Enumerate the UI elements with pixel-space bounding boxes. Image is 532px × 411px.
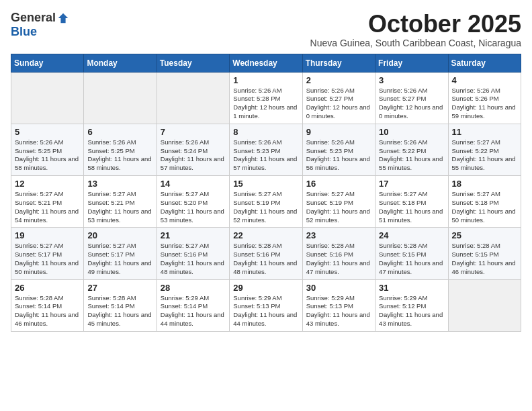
logo-general: General bbox=[11, 11, 56, 25]
day-number: 15 bbox=[233, 179, 298, 189]
calendar-cell: 23Sunrise: 5:28 AM Sunset: 5:16 PM Dayli… bbox=[302, 228, 375, 279]
day-info: Sunrise: 5:26 AM Sunset: 5:26 PM Dayligh… bbox=[452, 87, 517, 121]
calendar-cell: 9Sunrise: 5:26 AM Sunset: 5:23 PM Daylig… bbox=[302, 124, 375, 175]
calendar-header-monday: Monday bbox=[84, 54, 157, 72]
calendar-header-tuesday: Tuesday bbox=[157, 54, 229, 72]
day-info: Sunrise: 5:28 AM Sunset: 5:16 PM Dayligh… bbox=[306, 242, 371, 276]
day-number: 4 bbox=[452, 75, 517, 85]
title-block: October 2025 Nueva Guinea, South Caribbe… bbox=[310, 11, 521, 48]
day-info: Sunrise: 5:27 AM Sunset: 5:19 PM Dayligh… bbox=[233, 190, 298, 224]
calendar-header-sunday: Sunday bbox=[11, 54, 84, 72]
day-number: 28 bbox=[161, 283, 226, 293]
calendar-cell: 26Sunrise: 5:28 AM Sunset: 5:14 PM Dayli… bbox=[11, 279, 84, 331]
day-number: 24 bbox=[379, 230, 444, 240]
calendar-cell bbox=[11, 72, 84, 124]
subtitle: Nueva Guinea, South Caribbean Coast, Nic… bbox=[310, 38, 521, 48]
calendar-cell: 21Sunrise: 5:27 AM Sunset: 5:16 PM Dayli… bbox=[157, 228, 229, 279]
calendar-cell: 3Sunrise: 5:26 AM Sunset: 5:27 PM Daylig… bbox=[375, 72, 448, 124]
day-info: Sunrise: 5:26 AM Sunset: 5:25 PM Dayligh… bbox=[15, 138, 80, 173]
day-number: 18 bbox=[452, 179, 517, 189]
calendar-cell: 24Sunrise: 5:28 AM Sunset: 5:15 PM Dayli… bbox=[375, 228, 448, 279]
calendar-header-friday: Friday bbox=[375, 54, 448, 72]
calendar-cell: 22Sunrise: 5:28 AM Sunset: 5:16 PM Dayli… bbox=[230, 228, 302, 279]
calendar-cell: 18Sunrise: 5:27 AM Sunset: 5:18 PM Dayli… bbox=[448, 176, 521, 228]
calendar-cell: 28Sunrise: 5:29 AM Sunset: 5:14 PM Dayli… bbox=[157, 279, 229, 331]
calendar-cell: 25Sunrise: 5:28 AM Sunset: 5:15 PM Dayli… bbox=[448, 228, 521, 279]
day-number: 10 bbox=[379, 127, 444, 137]
logo-blue: Blue bbox=[11, 25, 37, 38]
calendar-header-row: SundayMondayTuesdayWednesdayThursdayFrid… bbox=[11, 54, 521, 72]
day-info: Sunrise: 5:27 AM Sunset: 5:17 PM Dayligh… bbox=[15, 242, 80, 276]
day-number: 14 bbox=[161, 179, 226, 189]
day-info: Sunrise: 5:29 AM Sunset: 5:14 PM Dayligh… bbox=[161, 294, 226, 328]
day-info: Sunrise: 5:27 AM Sunset: 5:18 PM Dayligh… bbox=[452, 190, 517, 224]
calendar-cell: 20Sunrise: 5:27 AM Sunset: 5:17 PM Dayli… bbox=[84, 228, 157, 279]
day-info: Sunrise: 5:29 AM Sunset: 5:13 PM Dayligh… bbox=[233, 294, 298, 328]
day-info: Sunrise: 5:26 AM Sunset: 5:25 PM Dayligh… bbox=[87, 138, 152, 173]
calendar-cell: 4Sunrise: 5:26 AM Sunset: 5:26 PM Daylig… bbox=[448, 72, 521, 124]
calendar-cell: 2Sunrise: 5:26 AM Sunset: 5:27 PM Daylig… bbox=[302, 72, 375, 124]
day-number: 1 bbox=[233, 75, 298, 85]
calendar-header-saturday: Saturday bbox=[448, 54, 521, 72]
day-info: Sunrise: 5:28 AM Sunset: 5:15 PM Dayligh… bbox=[379, 242, 444, 276]
calendar-cell: 6Sunrise: 5:26 AM Sunset: 5:25 PM Daylig… bbox=[84, 124, 157, 175]
day-number: 9 bbox=[306, 127, 371, 137]
day-info: Sunrise: 5:29 AM Sunset: 5:13 PM Dayligh… bbox=[306, 294, 371, 328]
day-number: 8 bbox=[233, 127, 298, 137]
day-number: 22 bbox=[233, 230, 298, 240]
svg-marker-0 bbox=[58, 13, 68, 22]
calendar-header-thursday: Thursday bbox=[302, 54, 375, 72]
day-info: Sunrise: 5:27 AM Sunset: 5:17 PM Dayligh… bbox=[87, 242, 152, 276]
day-number: 5 bbox=[15, 127, 80, 137]
day-number: 19 bbox=[15, 230, 80, 240]
calendar-cell bbox=[448, 279, 521, 331]
day-number: 21 bbox=[161, 230, 226, 240]
calendar-cell: 17Sunrise: 5:27 AM Sunset: 5:18 PM Dayli… bbox=[375, 176, 448, 228]
day-number: 6 bbox=[87, 127, 152, 137]
calendar-cell: 13Sunrise: 5:27 AM Sunset: 5:21 PM Dayli… bbox=[84, 176, 157, 228]
day-number: 20 bbox=[87, 230, 152, 240]
day-number: 17 bbox=[379, 179, 444, 189]
day-info: Sunrise: 5:27 AM Sunset: 5:19 PM Dayligh… bbox=[306, 190, 371, 224]
day-info: Sunrise: 5:28 AM Sunset: 5:14 PM Dayligh… bbox=[87, 294, 152, 328]
day-info: Sunrise: 5:28 AM Sunset: 5:14 PM Dayligh… bbox=[15, 294, 80, 328]
day-number: 31 bbox=[379, 283, 444, 293]
calendar-week-row: 19Sunrise: 5:27 AM Sunset: 5:17 PM Dayli… bbox=[11, 228, 521, 279]
day-info: Sunrise: 5:26 AM Sunset: 5:27 PM Dayligh… bbox=[379, 87, 444, 121]
calendar-cell: 14Sunrise: 5:27 AM Sunset: 5:20 PM Dayli… bbox=[157, 176, 229, 228]
logo: General Blue bbox=[11, 11, 69, 39]
day-info: Sunrise: 5:28 AM Sunset: 5:16 PM Dayligh… bbox=[233, 242, 298, 276]
day-number: 13 bbox=[87, 179, 152, 189]
day-number: 23 bbox=[306, 230, 371, 240]
day-info: Sunrise: 5:26 AM Sunset: 5:28 PM Dayligh… bbox=[233, 87, 298, 121]
calendar-cell: 19Sunrise: 5:27 AM Sunset: 5:17 PM Dayli… bbox=[11, 228, 84, 279]
month-title: October 2025 bbox=[310, 11, 521, 38]
calendar-cell: 11Sunrise: 5:27 AM Sunset: 5:22 PM Dayli… bbox=[448, 124, 521, 175]
calendar-cell: 29Sunrise: 5:29 AM Sunset: 5:13 PM Dayli… bbox=[230, 279, 302, 331]
day-info: Sunrise: 5:28 AM Sunset: 5:15 PM Dayligh… bbox=[452, 242, 517, 276]
day-number: 3 bbox=[379, 75, 444, 85]
day-info: Sunrise: 5:27 AM Sunset: 5:20 PM Dayligh… bbox=[161, 190, 226, 224]
logo-icon bbox=[57, 12, 69, 24]
day-info: Sunrise: 5:27 AM Sunset: 5:22 PM Dayligh… bbox=[452, 138, 517, 173]
calendar-cell bbox=[157, 72, 229, 124]
day-number: 7 bbox=[161, 127, 226, 137]
day-number: 25 bbox=[452, 230, 517, 240]
calendar-cell: 16Sunrise: 5:27 AM Sunset: 5:19 PM Dayli… bbox=[302, 176, 375, 228]
calendar-cell: 8Sunrise: 5:26 AM Sunset: 5:23 PM Daylig… bbox=[230, 124, 302, 175]
calendar-table: SundayMondayTuesdayWednesdayThursdayFrid… bbox=[11, 54, 521, 332]
page-header: General Blue October 2025 Nueva Guinea, … bbox=[11, 11, 521, 48]
calendar-week-row: 26Sunrise: 5:28 AM Sunset: 5:14 PM Dayli… bbox=[11, 279, 521, 331]
calendar-cell: 30Sunrise: 5:29 AM Sunset: 5:13 PM Dayli… bbox=[302, 279, 375, 331]
day-info: Sunrise: 5:26 AM Sunset: 5:24 PM Dayligh… bbox=[161, 138, 226, 173]
calendar-cell bbox=[84, 72, 157, 124]
day-info: Sunrise: 5:26 AM Sunset: 5:27 PM Dayligh… bbox=[306, 87, 371, 121]
calendar-cell: 10Sunrise: 5:26 AM Sunset: 5:22 PM Dayli… bbox=[375, 124, 448, 175]
calendar-cell: 27Sunrise: 5:28 AM Sunset: 5:14 PM Dayli… bbox=[84, 279, 157, 331]
day-info: Sunrise: 5:27 AM Sunset: 5:16 PM Dayligh… bbox=[161, 242, 226, 276]
calendar-week-row: 1Sunrise: 5:26 AM Sunset: 5:28 PM Daylig… bbox=[11, 72, 521, 124]
day-info: Sunrise: 5:26 AM Sunset: 5:22 PM Dayligh… bbox=[379, 138, 444, 173]
day-info: Sunrise: 5:27 AM Sunset: 5:21 PM Dayligh… bbox=[15, 190, 80, 224]
calendar-cell: 15Sunrise: 5:27 AM Sunset: 5:19 PM Dayli… bbox=[230, 176, 302, 228]
calendar-cell: 31Sunrise: 5:29 AM Sunset: 5:12 PM Dayli… bbox=[375, 279, 448, 331]
